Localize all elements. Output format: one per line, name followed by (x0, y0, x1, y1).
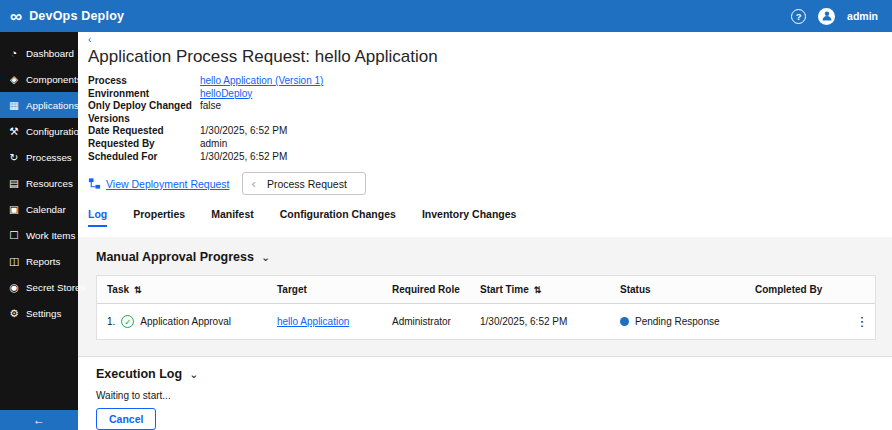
column-label: Status (620, 284, 651, 295)
sort-icon[interactable]: ⇅ (534, 285, 542, 295)
app-window: ∞ DevOps Deploy ? admin ◔ Dashboard ◈ Co… (0, 0, 892, 430)
tab-manifest[interactable]: Manifest (211, 208, 254, 227)
detail-row-only-deploy-changed: Only Deploy Changed Versions false (88, 100, 876, 125)
settings-icon: ⚙ (8, 307, 20, 319)
detail-label: Date Requested (88, 125, 200, 138)
username[interactable]: admin (847, 10, 878, 22)
column-header-required-role: Required Role (382, 276, 470, 304)
tab-inventory-changes[interactable]: Inventory Changes (422, 208, 517, 227)
sidebar-item-secret-stores[interactable]: ◉ Secret Stores (0, 274, 78, 300)
sidebar-item-label: Reports (26, 256, 60, 267)
calendar-icon: ▣ (8, 203, 20, 215)
page-title: Application Process Request: hello Appli… (88, 47, 876, 67)
secret-stores-icon: ◉ (8, 281, 20, 293)
table-row: 1. ✓ Application Approval hello Applicat… (97, 304, 875, 339)
column-label: Completed By (755, 284, 822, 295)
process-link[interactable]: hello Application (Version 1) (200, 75, 323, 88)
task-index: 1. (107, 316, 115, 327)
detail-label: Scheduled For (88, 151, 200, 164)
execution-log-section: Execution Log ⌄ Waiting to start... Canc… (78, 356, 892, 430)
sidebar-item-label: Processes (26, 152, 72, 163)
sidebar-item-calendar[interactable]: ▣ Calendar (0, 196, 78, 222)
sidebar-item-label: Configuration (26, 126, 84, 137)
help-icon[interactable]: ? (791, 9, 806, 24)
chevron-left-icon: ‹ (252, 177, 256, 190)
manual-approval-title: Manual Approval Progress (96, 250, 254, 264)
environment-link[interactable]: helloDeploy (200, 88, 252, 101)
tab-properties[interactable]: Properties (133, 208, 185, 227)
reports-icon: ◫ (8, 255, 20, 267)
detail-value: false (200, 100, 221, 125)
chevron-down-icon[interactable]: ⌄ (189, 368, 198, 381)
column-header-completed-by: Completed By (745, 276, 849, 304)
manual-approval-heading: Manual Approval Progress ⌄ (96, 250, 876, 264)
detail-value: admin (200, 138, 227, 151)
approval-table: Task⇅ Target Required Role Start Time⇅ S (96, 275, 876, 340)
view-deployment-request-label: View Deployment Request (106, 178, 230, 190)
sidebar-item-components[interactable]: ◈ Components (0, 66, 78, 92)
sidebar-collapse-button[interactable]: ← (0, 410, 78, 430)
completed-by-cell (745, 304, 849, 339)
work-items-icon: ☐ (8, 229, 20, 241)
sidebar-item-processes[interactable]: ↻ Processes (0, 144, 78, 170)
components-icon: ◈ (8, 73, 20, 85)
back-icon[interactable]: ‹ (88, 35, 100, 45)
content-top: ‹ Application Process Request: hello App… (78, 32, 892, 227)
detail-label: Only Deploy Changed Versions (88, 100, 200, 125)
detail-value: 1/30/2025, 6:52 PM (200, 151, 287, 164)
sidebar-item-resources[interactable]: ▤ Resources (0, 170, 78, 196)
sidebar-item-label: Calendar (26, 204, 66, 215)
column-header-start-time[interactable]: Start Time⇅ (470, 276, 610, 304)
detail-row-environment: Environment helloDeploy (88, 88, 876, 101)
sidebar-item-label: Dashboard (26, 48, 74, 59)
collapse-arrow-icon: ← (33, 413, 45, 427)
task-cell: 1. ✓ Application Approval (97, 304, 267, 339)
execution-log-title: Execution Log (96, 367, 182, 381)
sidebar-item-label: Resources (26, 178, 73, 189)
approval-check-icon: ✓ (121, 315, 134, 328)
sidebar-item-label: Work Items (26, 230, 75, 241)
app-title: DevOps Deploy (29, 9, 124, 23)
pending-status-dot-icon (620, 317, 629, 326)
user-avatar-icon[interactable] (818, 8, 835, 25)
sidebar-items: ◔ Dashboard ◈ Components ▦ Applications … (0, 32, 78, 326)
detail-row-date-requested: Date Requested 1/30/2025, 6:52 PM (88, 125, 876, 138)
row-overflow-menu-kebab-icon[interactable]: ⋮ (849, 304, 875, 339)
tab-configuration-changes[interactable]: Configuration Changes (280, 208, 396, 227)
resources-icon: ▤ (8, 177, 20, 189)
deployment-tree-icon (88, 177, 101, 190)
processes-icon: ↻ (8, 151, 20, 163)
tab-log[interactable]: Log (88, 208, 107, 227)
sidebar-item-applications[interactable]: ▦ Applications (0, 92, 78, 118)
check-glyph: ✓ (124, 317, 131, 327)
column-label: Target (277, 284, 307, 295)
sidebar-item-work-items[interactable]: ☐ Work Items (0, 222, 78, 248)
detail-label: Environment (88, 88, 200, 101)
status-cell: Pending Response (610, 304, 745, 339)
view-deployment-request-link[interactable]: View Deployment Request (88, 177, 230, 190)
sidebar-item-settings[interactable]: ⚙ Settings (0, 300, 78, 326)
detail-label: Process (88, 75, 200, 88)
sidebar-item-configuration[interactable]: ⚒ Configuration (0, 118, 78, 144)
column-header-status: Status (610, 276, 745, 304)
cancel-button[interactable]: Cancel (96, 408, 156, 430)
breadcrumb-process-request-label: Process Request (267, 178, 347, 190)
request-details: Process hello Application (Version 1) En… (88, 75, 876, 163)
sidebar-item-dashboard[interactable]: ◔ Dashboard (0, 40, 78, 66)
sort-icon[interactable]: ⇅ (134, 285, 142, 295)
start-time-cell: 1/30/2025, 6:52 PM (470, 304, 610, 339)
configuration-icon: ⚒ (8, 125, 20, 137)
sidebar: ◔ Dashboard ◈ Components ▦ Applications … (0, 32, 78, 430)
sidebar-item-reports[interactable]: ◫ Reports (0, 248, 78, 274)
detail-value: 1/30/2025, 6:52 PM (200, 125, 287, 138)
chevron-down-icon[interactable]: ⌄ (261, 251, 270, 264)
execution-log-heading: Execution Log ⌄ (96, 367, 876, 381)
column-header-task[interactable]: Task⇅ (97, 276, 267, 304)
breadcrumb: View Deployment Request ‹ Process Reques… (88, 172, 876, 195)
status-label: Pending Response (635, 316, 720, 327)
dashboard-icon: ◔ (8, 47, 20, 59)
column-header-actions (849, 276, 875, 304)
sidebar-item-label: Settings (26, 308, 61, 319)
task-name: Application Approval (140, 316, 231, 327)
target-link[interactable]: hello Application (277, 316, 349, 327)
